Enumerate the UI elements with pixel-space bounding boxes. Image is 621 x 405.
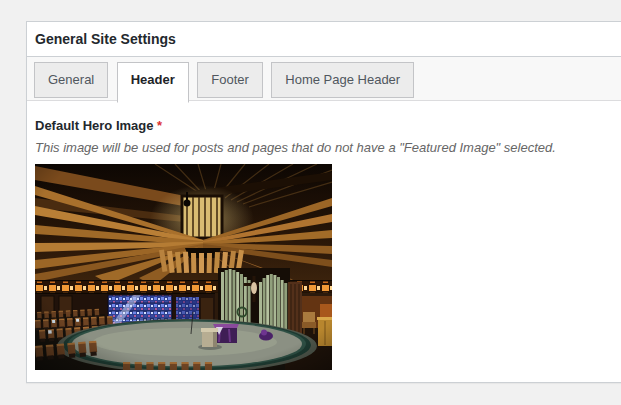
required-asterisk: * <box>157 118 162 133</box>
tab-home-page-header[interactable]: Home Page Header <box>271 62 414 98</box>
tab-general[interactable]: General <box>34 62 108 98</box>
settings-tab-bar: General Header Footer Home Page Header <box>27 57 621 101</box>
field-label-text: Default Hero Image <box>35 118 153 133</box>
tab-header[interactable]: Header <box>117 62 189 103</box>
settings-panel-header: General Site Settings <box>27 22 621 57</box>
tab-panel-header-content: Default Hero Image * This image will be … <box>27 101 621 384</box>
general-site-settings-panel: General Site Settings General Header Foo… <box>26 21 621 383</box>
settings-panel-title: General Site Settings <box>35 31 621 47</box>
default-hero-image-preview[interactable] <box>35 164 332 370</box>
field-description: This image will be used for posts and pa… <box>35 140 621 156</box>
tab-footer[interactable]: Footer <box>197 62 263 98</box>
default-hero-image-label: Default Hero Image * <box>35 118 621 134</box>
image-preview-wrap <box>35 164 621 370</box>
